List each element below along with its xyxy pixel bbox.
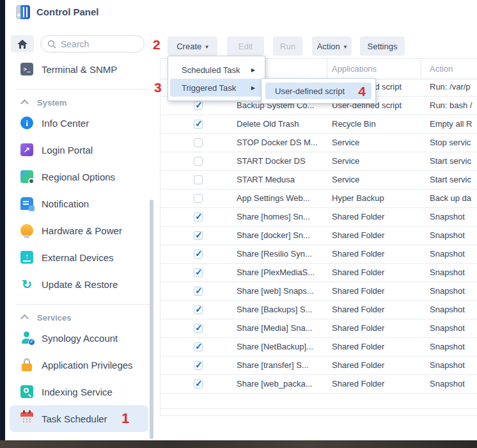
sidebar-item-label: Hardware & Power: [42, 225, 122, 236]
terminal-icon: >_: [20, 63, 33, 76]
sidebar-item-info-center[interactable]: iInfo Center: [5, 109, 155, 136]
task-name: Share [PlexMediaS...: [237, 264, 329, 282]
sidebar-item-notification[interactable]: Notification: [5, 190, 155, 217]
task-application: Shared Folder: [332, 245, 425, 263]
task-application: Shared Folder: [332, 338, 425, 356]
task-checkbox[interactable]: [194, 101, 203, 110]
regional-options-icon: [20, 170, 33, 183]
action-button[interactable]: Action▾: [312, 36, 352, 56]
task-name: Share [Media] Sna...: [237, 319, 329, 337]
run-button[interactable]: Run: [273, 36, 302, 56]
task-row: Share [Media] Sna...Shared FolderSnapsho…: [160, 319, 477, 338]
column-header-applications[interactable]: Applications: [332, 59, 377, 79]
task-row: Share [Backups] S...Shared FolderSnapsho…: [160, 301, 477, 319]
task-application: Shared Folder: [332, 282, 425, 300]
task-checkbox[interactable]: [194, 120, 203, 129]
task-checkbox[interactable]: [194, 138, 203, 147]
task-row: Delete Old TrashRecycle BinEmpty all R: [160, 115, 477, 134]
menu-item-label: User-defined script: [275, 86, 345, 96]
update-restore-icon: ↻: [20, 278, 33, 291]
task-name: Share [Resilio Syn...: [237, 245, 329, 263]
menu-item-scheduled-task[interactable]: Scheduled Task▶: [170, 61, 263, 79]
edit-button[interactable]: Edit: [227, 36, 264, 56]
window-title: Control Panel: [36, 0, 99, 24]
task-name: STOP Docker DS M...: [237, 134, 329, 152]
create-button[interactable]: Create▾: [168, 36, 217, 56]
column-separator: [421, 59, 421, 79]
task-checkbox[interactable]: [194, 231, 203, 240]
sidebar-item-label: Task Scheduler: [42, 413, 107, 424]
task-name: Share [Backups] S...: [237, 301, 329, 319]
task-name: Share [docker] Sn...: [237, 227, 329, 244]
task-checkbox[interactable]: [194, 380, 203, 388]
task-action: Snapshot: [430, 208, 477, 226]
task-action: Snapshot: [430, 338, 477, 356]
task-checkbox[interactable]: [194, 194, 203, 203]
section-header-services[interactable]: Services: [5, 310, 155, 324]
task-row: START MedusaServiceStart servic: [160, 171, 477, 189]
task-checkbox[interactable]: [194, 361, 203, 370]
column-header-action[interactable]: Action: [430, 59, 453, 79]
task-checkbox[interactable]: [194, 175, 203, 184]
task-action: Snapshot: [430, 301, 477, 319]
task-name: Delete Old Trash: [237, 115, 329, 133]
task-row: STOP Docker DS M...ServiceStop servic: [160, 134, 477, 152]
task-checkbox[interactable]: [194, 157, 203, 166]
application-privileges-icon: [20, 358, 33, 371]
task-checkbox[interactable]: [194, 287, 203, 296]
sidebar-item-hardware-power[interactable]: Hardware & Power: [5, 217, 155, 244]
sidebar-item-label: Notification: [42, 198, 89, 209]
task-application: Service: [332, 171, 425, 189]
task-row: Share [Resilio Syn...Shared FolderSnapsh…: [160, 245, 477, 264]
task-checkbox[interactable]: [194, 305, 203, 314]
task-checkbox[interactable]: [194, 324, 203, 333]
sidebar-item-login-portal[interactable]: ↗Login Portal: [5, 136, 155, 163]
sidebar-item-application-privileges[interactable]: Application Privileges: [5, 351, 155, 378]
task-application: Shared Folder: [332, 301, 425, 319]
sidebar-item-regional-options[interactable]: Regional Options: [5, 163, 155, 190]
task-row: Share [PlexMediaS...Shared FolderSnapsho…: [160, 264, 477, 282]
task-row: START Docker DSServiceStart servic: [160, 152, 477, 171]
menu-item-label: Triggered Task: [182, 83, 236, 93]
task-action: Snapshot: [430, 264, 477, 282]
sidebar-scrollbar[interactable]: [150, 200, 153, 439]
sidebar: Search >_Terminal & SNMPSystemiInfo Cent…: [5, 24, 156, 440]
create-submenu: User-defined script4: [261, 78, 376, 104]
settings-button[interactable]: Settings: [360, 36, 405, 56]
search-box[interactable]: Search: [40, 35, 145, 52]
task-row: Share [web_packa...Shared FolderSnapshot: [160, 375, 477, 394]
desktop: Control Panel Search >_Terminal & SNMPSy…: [0, 0, 477, 448]
sidebar-item-task-scheduler[interactable]: Task Scheduler1: [10, 405, 148, 432]
menu-item-triggered-task[interactable]: Triggered Task▶: [170, 79, 263, 97]
task-name: Share [web_packa...: [237, 375, 329, 393]
synology-account-icon: ✓: [20, 332, 33, 344]
sidebar-item-label: Update & Restore: [42, 279, 118, 290]
task-name: START Medusa: [237, 171, 329, 189]
task-checkbox[interactable]: [194, 342, 203, 351]
sidebar-item-terminal-snmp[interactable]: >_Terminal & SNMP: [5, 56, 155, 83]
sidebar-item-label: Regional Options: [42, 172, 115, 182]
button-label: Settings: [368, 42, 398, 51]
sidebar-item-synology-account[interactable]: ✓Synology Account: [5, 324, 155, 351]
task-checkbox[interactable]: [194, 250, 203, 259]
task-application: Shared Folder: [332, 319, 425, 337]
task-checkbox[interactable]: [194, 268, 203, 277]
task-action: Snapshot: [430, 282, 477, 300]
menu-item-user-defined-script[interactable]: User-defined script4: [265, 83, 371, 99]
sidebar-item-label: External Devices: [42, 252, 114, 263]
task-scheduler-icon: [20, 412, 33, 425]
control-panel-icon: [16, 5, 30, 19]
sidebar-item-indexing-service[interactable]: Indexing Service: [5, 378, 155, 405]
sidebar-item-external-devices[interactable]: ↑External Devices: [5, 244, 155, 271]
home-button[interactable]: [11, 35, 34, 52]
section-header-system[interactable]: System: [5, 95, 155, 109]
indexing-service-icon: [20, 385, 33, 398]
task-name: Share [homes] Sn...: [237, 208, 329, 226]
sidebar-item-update-restore[interactable]: ↻Update & Restore: [5, 271, 155, 298]
button-label: Action: [317, 42, 340, 51]
task-checkbox[interactable]: [194, 212, 203, 221]
annotation-4: 4: [358, 84, 366, 98]
task-application: Shared Folder: [332, 356, 425, 374]
desktop-wallpaper-strip: [0, 440, 477, 448]
collapse-chevron-icon: [20, 314, 29, 323]
